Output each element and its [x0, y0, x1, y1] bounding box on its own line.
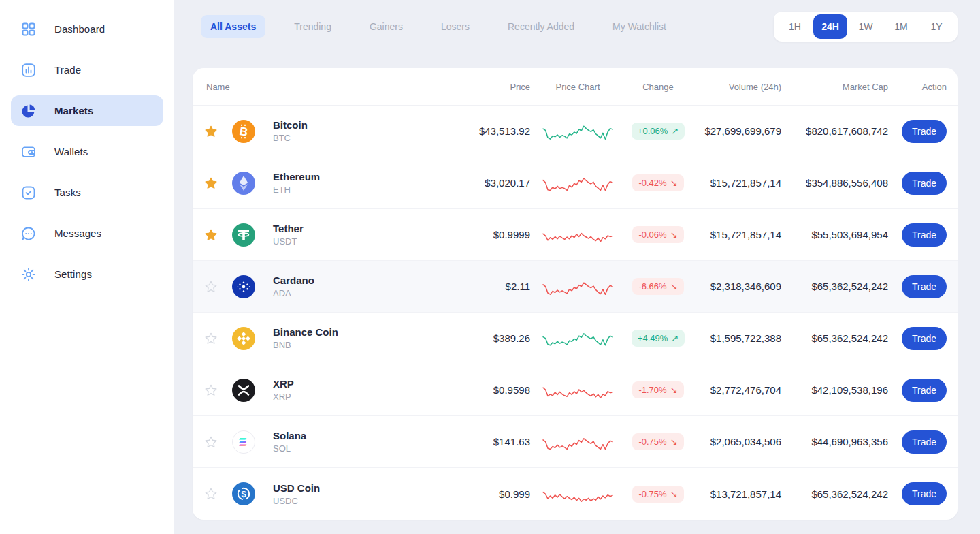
column-header-volume-24h: Volume (24h) — [691, 82, 781, 92]
table-row: TetherUSDT$0.9999-0.06%↘$15,721,857,14$5… — [193, 209, 958, 261]
arrow-down-right-icon: ↘ — [670, 230, 678, 240]
price-value: $2.11 — [414, 281, 530, 292]
sidebar-item-tasks[interactable]: Tasks — [11, 177, 163, 208]
trade-button[interactable]: Trade — [902, 223, 947, 247]
favorite-star-filled-icon[interactable] — [203, 227, 218, 242]
price-chart-cell — [530, 117, 625, 146]
sidebar: Dashboard Trade Markets Wallets Tasks Me… — [0, 0, 174, 534]
change-value: -0.75% — [638, 437, 666, 447]
action-cell: Trade — [888, 327, 947, 350]
sidebar-item-dashboard[interactable]: Dashboard — [11, 14, 163, 44]
messages-icon — [20, 225, 37, 242]
price-sparkline-down — [542, 480, 614, 508]
coin-name: Binance Coin — [273, 326, 414, 338]
sidebar-item-settings[interactable]: Settings — [11, 259, 163, 289]
time-range-1y[interactable]: 1Y — [919, 14, 953, 39]
wallets-icon — [20, 144, 37, 160]
volume-value: $13,721,857,14 — [691, 488, 781, 500]
coin-symbol: SOL — [273, 443, 414, 454]
trade-button[interactable]: Trade — [902, 275, 947, 298]
market-cap-value: $65,362,524,242 — [781, 281, 888, 292]
eth-coin-icon — [232, 172, 255, 195]
trade-button[interactable]: Trade — [902, 120, 947, 143]
favorite-star-filled-icon[interactable] — [203, 124, 218, 139]
markets-icon — [20, 103, 37, 119]
volume-value: $2,772,476,704 — [691, 384, 781, 396]
market-cap-value: $65,362,524,242 — [781, 332, 888, 344]
change-value: -1.70% — [638, 385, 666, 395]
time-range-1h[interactable]: 1H — [778, 14, 812, 39]
price-sparkline-down — [542, 272, 614, 301]
table-row: XRPXRP$0.9598-1.70%↘$2,772,476,704$42,10… — [193, 364, 958, 416]
trade-icon — [20, 62, 37, 78]
table-row: CardanoADA$2.11-6.66%↘$2,318,346,609$65,… — [193, 261, 958, 313]
sidebar-item-messages[interactable]: Messages — [11, 218, 163, 249]
change-cell: -0.42%↘ — [625, 174, 691, 191]
trade-button[interactable]: Trade — [902, 172, 947, 195]
market-cap-value: $44,690,963,356 — [781, 436, 888, 447]
table-row: BBitcoinBTC$43,513.92+0.06%↗$27,699,699,… — [193, 106, 958, 157]
change-badge: -0.06%↘ — [632, 226, 683, 243]
arrow-up-right-icon: ↗ — [671, 126, 679, 136]
coin-symbol: USDC — [273, 496, 414, 506]
volume-value: $1,595,722,388 — [691, 332, 781, 344]
table-header-row: NamePricePrice ChartChangeVolume (24h)Ma… — [193, 68, 958, 106]
sidebar-item-markets[interactable]: Markets — [11, 95, 163, 126]
coin-name-cell: BitcoinBTC — [262, 119, 414, 143]
tab-all-assets[interactable]: All Assets — [201, 15, 265, 38]
trade-button[interactable]: Trade — [902, 430, 947, 454]
time-range-24h[interactable]: 24H — [813, 14, 847, 39]
change-value: +4.49% — [638, 333, 668, 343]
action-cell: Trade — [888, 172, 947, 195]
sidebar-item-trade[interactable]: Trade — [11, 54, 163, 85]
change-value: -0.75% — [638, 489, 666, 499]
tab-gainers[interactable]: Gainers — [360, 15, 412, 38]
trade-button[interactable]: Trade — [902, 482, 947, 505]
coin-name: Ethereum — [273, 171, 414, 183]
favorite-star-filled-icon[interactable] — [203, 176, 218, 191]
sidebar-item-label: Dashboard — [54, 23, 105, 35]
trade-button[interactable]: Trade — [902, 327, 947, 350]
change-value: -6.66% — [638, 281, 666, 292]
sidebar-item-wallets[interactable]: Wallets — [11, 136, 163, 167]
price-chart-cell — [530, 480, 625, 508]
favorite-star-empty-icon[interactable] — [203, 279, 218, 294]
price-sparkline-up — [542, 324, 614, 353]
action-cell: Trade — [888, 379, 947, 402]
coin-symbol: BNB — [273, 340, 414, 350]
favorite-star-empty-icon[interactable] — [203, 435, 218, 450]
price-sparkline-down — [542, 428, 614, 456]
market-cap-value: $354,886,556,408 — [781, 177, 888, 189]
price-chart-cell — [530, 376, 625, 405]
column-header-action: Action — [888, 82, 947, 92]
price-value: $389.26 — [414, 332, 530, 344]
change-badge: -0.75%↘ — [632, 433, 683, 450]
market-cap-value: $65,362,524,242 — [781, 488, 888, 500]
volume-value: $2,318,346,609 — [691, 281, 781, 292]
table-row: EthereumETH$3,020.17-0.42%↘$15,721,857,1… — [193, 157, 958, 209]
time-range-1w[interactable]: 1W — [849, 14, 883, 39]
column-header-price: Price — [414, 82, 530, 92]
svg-text:B: B — [238, 125, 248, 139]
change-cell: +4.49%↗ — [625, 330, 691, 347]
coin-symbol: XRP — [273, 392, 414, 402]
column-header-name: Name — [203, 82, 414, 92]
change-cell: -0.06%↘ — [625, 226, 691, 243]
change-badge: +4.49%↗ — [632, 330, 685, 347]
change-cell: -1.70%↘ — [625, 381, 691, 398]
tab-my-watchlist[interactable]: My Watchlist — [603, 15, 676, 38]
table-row: Binance CoinBNB$389.26+4.49%↗$1,595,722,… — [193, 313, 958, 364]
time-range-1m[interactable]: 1M — [884, 14, 918, 39]
favorite-star-empty-icon[interactable] — [203, 486, 218, 501]
tab-losers[interactable]: Losers — [431, 15, 479, 38]
column-header-change: Change — [625, 82, 691, 92]
action-cell: Trade — [888, 223, 947, 247]
tab-recently-added[interactable]: Recently Added — [498, 15, 584, 38]
favorite-star-empty-icon[interactable] — [203, 331, 218, 346]
tab-trending[interactable]: Trending — [284, 15, 341, 38]
coin-name: Solana — [273, 430, 414, 441]
favorite-star-empty-icon[interactable] — [203, 383, 218, 398]
change-badge: -6.66%↘ — [632, 278, 683, 295]
change-cell: -0.75%↘ — [625, 486, 691, 503]
trade-button[interactable]: Trade — [902, 379, 947, 402]
